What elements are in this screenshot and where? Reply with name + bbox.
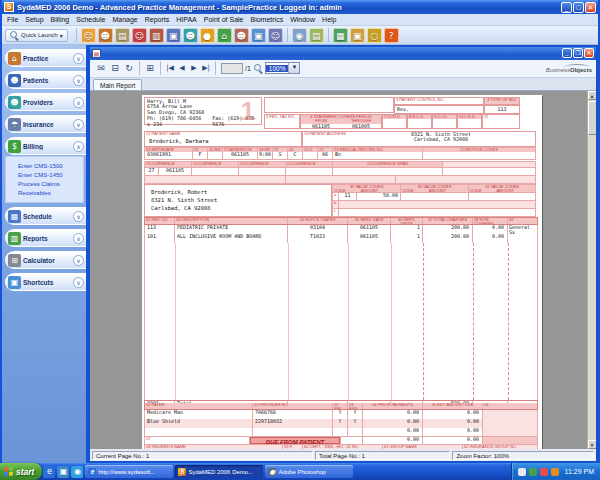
clock: 11:29 PM bbox=[565, 468, 594, 475]
chevron-down-icon[interactable]: ∨ bbox=[73, 119, 84, 130]
close-button[interactable]: ✕ bbox=[585, 2, 596, 13]
terminal-icon[interactable]: ▣ bbox=[251, 28, 266, 43]
chevron-down-icon[interactable]: ∨ bbox=[73, 75, 84, 86]
chevron-down-icon[interactable]: ∨ bbox=[73, 53, 84, 64]
system-tray: 11:29 PM bbox=[511, 463, 600, 480]
scroll-down-icon[interactable]: ▼ bbox=[588, 440, 597, 449]
link-enter-cms-1450[interactable]: Enter CMS-1450 bbox=[18, 172, 83, 178]
link-process-claims[interactable]: Process Claims bbox=[18, 181, 83, 187]
document-area[interactable]: Harry, Bill M 6754 Arrow Lane San Diego,… bbox=[90, 91, 596, 450]
security-lock-icon[interactable]: ○ bbox=[367, 28, 382, 43]
sidebar-item-insurance[interactable]: ☂ Insurance ∨ bbox=[5, 115, 86, 133]
scroll-up-icon[interactable]: ▲ bbox=[588, 91, 597, 100]
find-icon[interactable] bbox=[254, 64, 263, 73]
menu-help[interactable]: Help bbox=[322, 16, 336, 23]
menu-reports[interactable]: Reports bbox=[145, 16, 170, 23]
report-close-button[interactable]: ✕ bbox=[584, 48, 594, 58]
chevron-down-icon[interactable]: ∨ bbox=[73, 97, 84, 108]
start-label: start bbox=[16, 467, 34, 477]
link-receivables[interactable]: Receivables bbox=[18, 190, 83, 196]
sidebar-item-practice[interactable]: ⌂ Practice ∨ bbox=[5, 49, 86, 67]
sidebar-item-schedule[interactable]: ▦ Schedule ∨ bbox=[5, 207, 86, 225]
report-restore-button[interactable]: ❐ bbox=[573, 48, 583, 58]
vertical-scrollbar[interactable]: ▲ ▼ bbox=[587, 91, 596, 450]
sidebar-item-reports[interactable]: ▥ Reports ∨ bbox=[5, 229, 86, 247]
chevron-down-icon[interactable]: ∨ bbox=[73, 277, 84, 288]
window-icon[interactable]: ▣ bbox=[350, 28, 365, 43]
sidebar-item-providers[interactable]: ☻ Providers ∨ bbox=[5, 93, 86, 111]
patient-list-icon[interactable]: ☻ bbox=[98, 28, 113, 43]
menu-point-of-sale[interactable]: Point of Sale bbox=[204, 16, 244, 23]
due-prior-value: 0.00 bbox=[363, 437, 423, 444]
tray-icon-2[interactable] bbox=[529, 468, 537, 476]
tray-icon-3[interactable] bbox=[540, 468, 548, 476]
practice-building-icon[interactable]: ⌂ bbox=[217, 28, 232, 43]
sidebar-item-shortcuts[interactable]: ▣ Shortcuts ∨ bbox=[5, 273, 86, 291]
column-header: 56 bbox=[483, 403, 537, 409]
menu-setup[interactable]: Setup bbox=[25, 16, 43, 23]
link-enter-cms-1500[interactable]: Enter CMS-1500 bbox=[18, 163, 83, 169]
workstation-icon[interactable]: ▣ bbox=[166, 28, 181, 43]
payer-row: 0.00 0.00 bbox=[144, 428, 538, 436]
tray-icon-1[interactable] bbox=[518, 468, 526, 476]
tray-icon-4[interactable] bbox=[551, 468, 559, 476]
field-label: OCCURRENCE bbox=[286, 162, 332, 167]
sidebar-item-patients[interactable]: ☻ Patients ∨ bbox=[5, 71, 86, 89]
chevron-down-icon[interactable]: ▼ bbox=[288, 63, 299, 73]
new-patient-icon[interactable]: ☺ bbox=[81, 28, 96, 43]
patient-name-box: 12 PATIENT NAME Broderick, Barbara bbox=[144, 131, 302, 147]
help-icon[interactable]: ? bbox=[384, 28, 399, 43]
zoom-combobox[interactable]: 100% ▼ bbox=[265, 62, 301, 74]
menu-manage[interactable]: Manage bbox=[112, 16, 137, 23]
chevron-down-icon[interactable]: ∨ bbox=[73, 211, 84, 222]
task-button-browser[interactable]: e http://www.sydasoft... bbox=[85, 465, 173, 478]
group-tree-icon[interactable]: ⊞ bbox=[143, 61, 157, 75]
sidebar-item-billing[interactable]: $ Billing ∧ bbox=[5, 137, 86, 155]
chevron-down-icon[interactable]: ∨ bbox=[73, 233, 84, 244]
provider-number: 229718032 bbox=[253, 419, 333, 428]
maximize-button[interactable]: □ bbox=[573, 2, 584, 13]
scheduler-icon[interactable]: ◉ bbox=[292, 28, 307, 43]
export-icon[interactable]: ✉ bbox=[94, 61, 108, 75]
show-desktop-icon[interactable]: ▣ bbox=[57, 466, 69, 478]
staff-icon[interactable]: ☻ bbox=[234, 28, 249, 43]
menu-window[interactable]: Window bbox=[290, 16, 315, 23]
user-icon[interactable]: ☺ bbox=[268, 28, 283, 43]
print-icon[interactable]: ⊟ bbox=[108, 61, 122, 75]
referrals-icon[interactable]: ☻ bbox=[183, 28, 198, 43]
type-of-bill-value: 113 bbox=[484, 105, 520, 114]
superbill-icon[interactable]: ▥ bbox=[149, 28, 164, 43]
menu-schedule[interactable]: Schedule bbox=[76, 16, 105, 23]
menu-biometrics[interactable]: Biometrics bbox=[250, 16, 283, 23]
chevron-up-icon[interactable]: ∧ bbox=[73, 141, 84, 152]
reports-chart-icon[interactable]: ▦ bbox=[333, 28, 348, 43]
task-button-photoshop[interactable]: ◉ Adobe Photoshop bbox=[265, 465, 353, 478]
menu-file[interactable]: File bbox=[7, 16, 18, 23]
tab-main-report[interactable]: Main Report bbox=[93, 79, 142, 90]
field-label: 10 L-R D. bbox=[458, 115, 481, 120]
ie-quicklaunch-icon[interactable]: e bbox=[43, 466, 55, 478]
report-minimize-button[interactable]: _ bbox=[562, 48, 572, 58]
minimize-button[interactable]: _ bbox=[561, 2, 572, 13]
menu-billing[interactable]: Billing bbox=[51, 16, 70, 23]
quick-launch-button[interactable]: Quick Launch ▾ bbox=[5, 29, 68, 42]
provider-icon[interactable]: ☺ bbox=[132, 28, 147, 43]
start-button[interactable]: start bbox=[0, 463, 42, 480]
next-page-button[interactable]: ▶ bbox=[188, 61, 200, 75]
refresh-icon[interactable]: ↻ bbox=[122, 61, 136, 75]
sidebar-item-calculator[interactable]: ⊞ Calculator ∨ bbox=[5, 251, 86, 269]
payments-icon[interactable]: ● bbox=[200, 28, 215, 43]
previous-page-button[interactable]: ◀ bbox=[176, 61, 188, 75]
claims-icon[interactable]: ▤ bbox=[309, 28, 324, 43]
media-player-icon[interactable]: ◉ bbox=[71, 466, 83, 478]
menu-hipaa[interactable]: HIPAA bbox=[176, 16, 197, 23]
notes-icon[interactable]: ▤ bbox=[115, 28, 130, 43]
last-page-button[interactable]: ▶| bbox=[200, 61, 212, 75]
chevron-down-icon[interactable]: ∨ bbox=[73, 255, 84, 266]
cov-d-box: 7 COV D. bbox=[382, 114, 407, 129]
task-button-sydamed[interactable]: S SydaMED 2006 Demo... bbox=[175, 465, 263, 478]
scrollbar-thumb[interactable] bbox=[588, 101, 596, 135]
report-toolbar: ✉ ⊟ ↻ ⊞ |◀ ◀ ▶ ▶| /1 100% ▼ BusinessObje… bbox=[90, 60, 596, 78]
page-number-input[interactable] bbox=[221, 63, 243, 74]
first-page-button[interactable]: |◀ bbox=[164, 61, 176, 75]
